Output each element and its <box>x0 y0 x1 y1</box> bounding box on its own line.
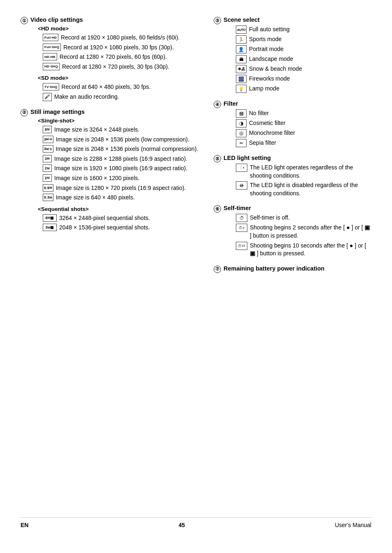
footer-lang: EN <box>21 522 28 528</box>
list-item: 2M Image size is 1920 × 1080 pixels (16:… <box>30 164 201 173</box>
section-num-1: ① <box>21 17 28 24</box>
audio-text: Make an audio recording. <box>54 93 119 101</box>
8m-seq-icon: 8M▦ <box>43 214 57 222</box>
landscape-text: Landscape mode <box>249 55 293 63</box>
09m-icon: 0.9M <box>43 184 53 192</box>
section-num-6: ⑥ <box>214 205 221 213</box>
section4-content: Filter ⊠ No filter ◑ Cosmetic filter ◎ M <box>224 100 371 151</box>
single-shot-title: <Single-shot> <box>38 118 201 124</box>
timer-2s-icon: ⏱2 <box>236 224 247 232</box>
list-item: 3M·S Image size is 2048 × 1536 pixels (n… <box>30 145 201 153</box>
hdhr-text: Record at 1280 × 720 pixels, 60 fps (60p… <box>60 53 167 61</box>
3m-seq-icon: 3M▦ <box>43 224 57 231</box>
portrait-icon: 👤 <box>236 45 247 53</box>
auto-icon: AUTO <box>236 25 247 34</box>
hdshq-text: Record at 1280 × 720 pixels, 30 fps (30p… <box>62 63 169 71</box>
section-num-4: ④ <box>214 101 221 108</box>
section-battery: ⑦ Remaining battery power indication <box>214 265 371 274</box>
self-timer-items: ⏱ Self-timer is off. ⏱2 Shooting begins … <box>224 214 371 257</box>
list-item: TV·SHQ Record at 640 × 480 pixels, 30 fp… <box>30 83 201 91</box>
8m-seq-text: 3264 × 2448-pixel sequential shots. <box>59 214 150 222</box>
list-item: 2M Image size is 1600 × 1200 pixels. <box>30 174 201 183</box>
lamp-text: Lamp mode <box>249 85 279 93</box>
fullshq-icon: Full·SHQ <box>43 44 61 51</box>
page-footer: EN 45 User's Manual <box>21 517 371 528</box>
timer-off-text: Self-timer is off. <box>250 214 290 222</box>
03m-text: Image size is 640 × 480 pixels. <box>56 194 135 202</box>
landscape-icon: 🏔 <box>236 55 247 63</box>
section5-content: LED light setting ⋮▪ The LED light opera… <box>224 155 371 201</box>
section7-title: Remaining battery power indication <box>224 265 371 272</box>
2m-icon: 2M <box>43 174 52 182</box>
list-item: ⏱10 Shooting begins 10 seconds after the… <box>224 242 371 258</box>
8m-icon: 8M <box>43 126 52 133</box>
page: ① Video clip settings <HD mode> Full·HD … <box>0 0 392 553</box>
3mh-icon: 3M·H <box>43 136 53 143</box>
sepia-filter-text: Sepia filter <box>249 139 276 147</box>
sd-items: TV·SHQ Record at 640 × 480 pixels, 30 fp… <box>30 83 201 101</box>
auto-text: Full auto setting <box>249 25 290 34</box>
fullshq-text: Record at 1920 × 1080 pixels, 30 fps (30… <box>63 44 174 52</box>
3ms-icon: 3M·S <box>43 145 53 153</box>
list-item: 🏔 Landscape mode <box>224 55 371 63</box>
led-on-text: The LED light operates regardless of the… <box>250 164 371 180</box>
section-led: ⑤ LED light setting ⋮▪ The LED light ope… <box>214 155 371 201</box>
list-item: AUTO Full auto setting <box>224 25 371 34</box>
left-column: ① Video clip settings <HD mode> Full·HD … <box>21 16 201 505</box>
3mh-text: Image size is 2048 × 1536 pixels (low co… <box>56 136 189 144</box>
fullhd-text: Record at 1920 × 1080 pixels, 60 fields/… <box>61 34 180 42</box>
list-item: 0.3M Image size is 640 × 480 pixels. <box>30 194 201 202</box>
2m-169-text: Image size is 1920 × 1080 pixels (16:9 a… <box>54 164 187 173</box>
timer-off-icon: ⏱ <box>236 214 247 222</box>
list-item: ❄🏖 Snow & beach mode <box>224 65 371 73</box>
list-item: 8M▦ 3264 × 2448-pixel sequential shots. <box>30 214 201 222</box>
list-item: 🏃 Sports mode <box>224 35 371 44</box>
list-item: 💡 Lamp mode <box>224 85 371 93</box>
timer-10s-icon: ⏱10 <box>236 242 247 250</box>
fullhd-icon: Full·HD <box>43 34 58 41</box>
sequential-title: <Sequential shots> <box>38 206 201 212</box>
2m-text: Image size is 1600 × 1200 pixels. <box>54 174 139 183</box>
list-item: 3M▦ 2048 × 1536-pixel sequential shots. <box>30 224 201 232</box>
hd-mode-title: <HD mode> <box>38 25 201 32</box>
section7-content: Remaining battery power indication <box>224 265 371 274</box>
portrait-text: Portrait mode <box>249 45 284 53</box>
list-item: ◎ Monochrome filter <box>224 129 371 137</box>
section-num-7: ⑦ <box>214 266 221 273</box>
sports-text: Sports mode <box>249 35 281 44</box>
cosmetic-filter-icon: ◑ <box>236 119 247 127</box>
8m-text: Image size is 3264 × 2448 pixels. <box>54 126 139 134</box>
section4-title: Filter <box>224 100 371 107</box>
tvshq-text: Record at 640 × 480 pixels, 30 fps. <box>62 83 151 91</box>
hd-items: Full·HD Record at 1920 × 1080 pixels, 60… <box>30 34 201 71</box>
list-item: 🎤 Make an audio recording. <box>30 93 201 101</box>
section2-content: Still image settings <Single-shot> 8M Im… <box>30 109 201 236</box>
tvshq-icon: TV·SHQ <box>43 83 59 90</box>
footer-manual: User's Manual <box>335 522 371 528</box>
right-column: ③ Scene select AUTO Full auto setting 🏃 … <box>214 16 371 505</box>
section6-content: Self-timer ⏱ Self-timer is off. ⏱2 Shoot… <box>224 205 371 261</box>
timer-2s-text: Shooting begins 2 seconds after the [ ● … <box>250 224 371 240</box>
list-item: 🎆 Fireworks mode <box>224 75 371 83</box>
list-item: ⏱ Self-timer is off. <box>224 214 371 222</box>
led-off-text: The LED light is disabled regardless of … <box>250 181 371 197</box>
list-item: 3M·H Image size is 2048 × 1536 pixels (l… <box>30 136 201 144</box>
section1-content: Video clip settings <HD mode> Full·HD Re… <box>30 16 201 105</box>
led-on-icon: ⋮▪ <box>236 164 247 172</box>
3ms-text: Image size is 2048 × 1536 pixels (normal… <box>56 145 198 153</box>
list-item: ⊠ No filter <box>224 109 371 118</box>
list-item: Full·HD Record at 1920 × 1080 pixels, 60… <box>30 34 201 42</box>
no-filter-text: No filter <box>249 109 269 118</box>
main-content: ① Video clip settings <HD mode> Full·HD … <box>21 16 371 505</box>
mono-filter-text: Monochrome filter <box>249 129 295 137</box>
scene-items: AUTO Full auto setting 🏃 Sports mode 👤 P… <box>224 25 371 93</box>
mono-filter-icon: ◎ <box>236 129 247 137</box>
section-scene-select: ③ Scene select AUTO Full auto setting 🏃 … <box>214 16 371 97</box>
cosmetic-filter-text: Cosmetic filter <box>249 119 286 127</box>
list-item: Full·SHQ Record at 1920 × 1080 pixels, 3… <box>30 44 201 52</box>
sepia-filter-icon: ✏ <box>236 139 247 147</box>
03m-icon: 0.3M <box>43 194 53 201</box>
list-item: 👤 Portrait mode <box>224 45 371 53</box>
timer-10s-text: Shooting begins 10 seconds after the [ ●… <box>250 242 371 258</box>
list-item: 0.9M Image size is 1280 × 720 pixels (16… <box>30 184 201 192</box>
